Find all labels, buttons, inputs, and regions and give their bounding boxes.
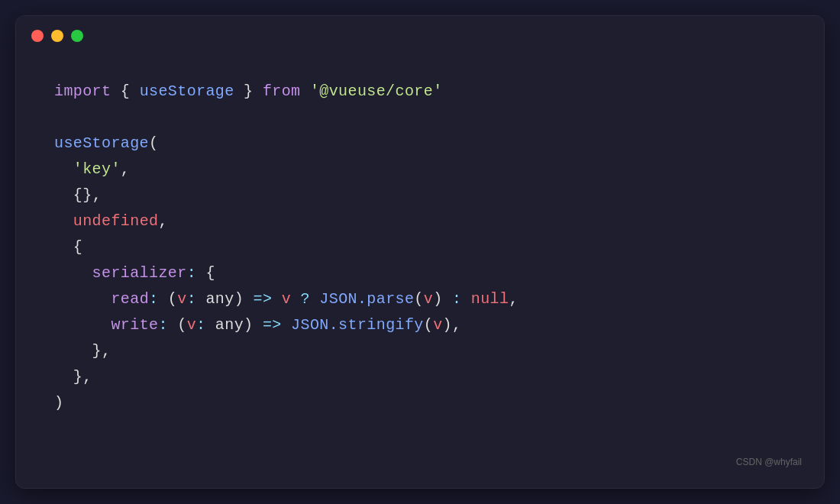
code-line-7: { <box>54 234 786 260</box>
arrow-2: => <box>263 316 282 334</box>
property-write: write <box>111 316 158 334</box>
keyword-from: from <box>263 82 301 100</box>
property-read: read <box>111 290 149 308</box>
app-window: import { useStorage } from '@vueuse/core… <box>15 15 825 489</box>
string-vueuse: '@vueuse/core' <box>310 82 443 100</box>
code-line-12: }, <box>54 364 786 390</box>
code-line-4: 'key', <box>54 157 786 183</box>
param-v2: v <box>187 316 196 334</box>
method-json-parse: JSON.parse <box>319 290 414 308</box>
code-line-1: import { useStorage } from '@vueuse/core… <box>54 79 786 105</box>
keyword-import: import <box>54 82 111 100</box>
keyword-null: null <box>471 290 509 308</box>
watermark: CSDN @whyfail <box>736 457 802 467</box>
code-window: import { useStorage } from '@vueuse/core… <box>15 15 825 489</box>
code-line-13: ) <box>54 390 786 416</box>
minimize-button[interactable] <box>51 30 63 42</box>
call-useStorage: useStorage <box>54 134 149 152</box>
keyword-undefined: undefined <box>73 212 159 230</box>
code-line-10: write: (v: any) => JSON.stringify(v), <box>54 312 786 338</box>
traffic-lights <box>31 30 83 42</box>
code-line-6: undefined, <box>54 208 786 234</box>
param-v: v <box>177 290 186 308</box>
titlebar <box>16 16 824 56</box>
close-button[interactable] <box>31 30 44 42</box>
maximize-button[interactable] <box>71 30 83 42</box>
code-line-5: {}, <box>54 183 786 208</box>
arrow-1: => <box>253 290 272 308</box>
identifier-useStorage: useStorage <box>140 82 234 100</box>
code-line-11: }, <box>54 338 786 364</box>
string-key: 'key' <box>73 160 121 178</box>
code-editor: import { useStorage } from '@vueuse/core… <box>16 56 824 488</box>
method-json-stringify: JSON.stringify <box>291 316 424 334</box>
empty-line-1 <box>54 105 786 131</box>
code-line-9: read: (v: any) => v ? JSON.parse(v) : nu… <box>54 286 786 312</box>
code-line-3: useStorage( <box>54 131 786 157</box>
code-line-8: serializer: { <box>54 260 786 286</box>
property-serializer: serializer <box>92 264 187 282</box>
